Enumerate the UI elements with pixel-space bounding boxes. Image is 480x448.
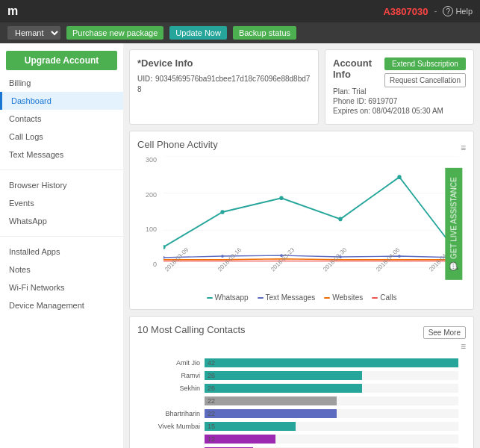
most-calling-box: 10 Most Calling Contacts See More ≡ Amit… bbox=[129, 316, 474, 448]
app-logo: m bbox=[7, 4, 18, 18]
account-info-title: Account Info bbox=[333, 57, 378, 80]
sidebar-item-events[interactable]: Events bbox=[0, 194, 123, 212]
websites-legend-color bbox=[324, 297, 330, 299]
x-axis-labels: 2018-03-09 2018-03-16 2018-03-23 2018-03… bbox=[163, 268, 458, 290]
legend-whatsapp: Whatsapp bbox=[207, 293, 249, 302]
sidebar-item-device-management[interactable]: Device Management bbox=[0, 296, 123, 314]
phone-line: Phone ID: 6919707 bbox=[333, 97, 466, 105]
sidebar-divider-1 bbox=[0, 169, 123, 170]
live-assist-label: GET LIVE ASSISTANCE bbox=[450, 177, 458, 259]
svg-point-14 bbox=[398, 255, 401, 258]
purchase-btn[interactable]: Purchase new package bbox=[66, 26, 163, 40]
phone-label: Phone ID: bbox=[333, 97, 366, 105]
sidebar-item-contacts[interactable]: Contacts bbox=[0, 110, 123, 128]
help-icon: ? bbox=[443, 6, 453, 16]
account-buttons: Extend Subscription Request Cancellation bbox=[384, 57, 466, 87]
sidebar-item-notes[interactable]: Notes bbox=[0, 261, 123, 279]
device-info-title: *Device Info bbox=[137, 57, 311, 69]
chart-legend: Whatsapp Text Messages Websites Calls bbox=[137, 293, 466, 302]
bar-chart: Amit Jio 42 Ramvi 26 bbox=[137, 355, 466, 448]
sidebar-item-text-messages[interactable]: Text Messages bbox=[0, 146, 123, 164]
live-assist-icon: 💬 bbox=[450, 262, 458, 271]
bar-row: 22 bbox=[145, 396, 458, 405]
sidebar-item-dashboard[interactable]: Dashboard bbox=[0, 92, 123, 110]
account-id: A3807030 bbox=[383, 6, 428, 17]
cell-phone-title: Cell Phone Activity bbox=[137, 139, 218, 150]
svg-point-11 bbox=[221, 255, 224, 258]
help-label: Help bbox=[455, 7, 473, 16]
upgrade-account-btn[interactable]: Upgrade Account bbox=[6, 51, 117, 70]
sidebar-divider-2 bbox=[0, 236, 123, 237]
plan-value: Trial bbox=[352, 87, 366, 96]
live-assistance-btn[interactable]: 💬 GET LIVE ASSISTANCE bbox=[446, 168, 463, 280]
svg-point-5 bbox=[220, 210, 224, 214]
bar-row: Amit Jio 42 bbox=[145, 358, 458, 367]
plan-label: Plan: bbox=[333, 87, 350, 96]
main-content: *Device Info UID: 90345f69576ba91cbee17d… bbox=[123, 43, 480, 448]
y-axis-labels: 300 200 100 0 bbox=[137, 156, 160, 268]
top-bar: m A3807030 - ? Help bbox=[0, 0, 480, 22]
see-more-btn[interactable]: See More bbox=[423, 326, 466, 339]
sidebar-item-billing[interactable]: Billing bbox=[0, 74, 123, 92]
bar-row: 12 bbox=[145, 435, 458, 444]
main-layout: Upgrade Account Billing Dashboard Contac… bbox=[0, 43, 480, 448]
most-calling-title: 10 Most Calling Contacts bbox=[137, 324, 246, 335]
uid-label: UID: bbox=[137, 75, 153, 83]
sub-bar: Hemant Purchase new package Update Now B… bbox=[0, 22, 480, 43]
svg-point-6 bbox=[279, 196, 283, 200]
help-link[interactable]: ? Help bbox=[443, 6, 473, 16]
bar-row: Vivek Mumbai 15 bbox=[145, 422, 458, 431]
svg-point-8 bbox=[397, 175, 401, 179]
expires-value: 08/04/2018 05:30 AM bbox=[373, 107, 443, 115]
divider: - bbox=[434, 6, 437, 16]
svg-point-10 bbox=[163, 256, 165, 259]
expires-label: Expires on: bbox=[333, 107, 370, 115]
bar-row: Ramvi 26 bbox=[145, 371, 458, 380]
sidebar-item-installed-apps[interactable]: Installed Apps bbox=[0, 243, 123, 261]
phone-value: 6919707 bbox=[368, 97, 397, 105]
top-section: *Device Info UID: 90345f69576ba91cbee17d… bbox=[129, 49, 474, 125]
cell-phone-activity-box: Cell Phone Activity ≡ 300 200 100 0 bbox=[129, 131, 474, 310]
whatsapp-legend-color bbox=[207, 297, 213, 299]
legend-calls: Calls bbox=[372, 293, 396, 302]
bar-row: Sekhin 26 bbox=[145, 384, 458, 393]
uid-value: 90345f69576ba91cbee17d18c76096e88d8bd78 bbox=[137, 75, 310, 93]
sidebar-item-browser-history[interactable]: Browser History bbox=[0, 176, 123, 194]
chart-svg-area bbox=[163, 156, 458, 268]
account-info-box: Account Info Extend Subscription Request… bbox=[325, 49, 474, 125]
target-select[interactable]: Hemant bbox=[7, 26, 60, 40]
expires-line: Expires on: 08/04/2018 05:30 AM bbox=[333, 107, 466, 115]
update-btn[interactable]: Update Now bbox=[169, 26, 227, 40]
request-cancellation-btn[interactable]: Request Cancellation bbox=[384, 73, 466, 87]
extend-subscription-btn[interactable]: Extend Subscription bbox=[384, 57, 466, 70]
bar-chart-menu-icon[interactable]: ≡ bbox=[461, 341, 466, 352]
calls-legend-color bbox=[372, 297, 378, 299]
sidebar-item-call-logs[interactable]: Call Logs bbox=[0, 128, 123, 146]
bar-row: Bhartriharin 22 bbox=[145, 409, 458, 418]
most-calling-header: 10 Most Calling Contacts See More bbox=[137, 324, 466, 341]
svg-point-7 bbox=[338, 217, 342, 222]
line-chart: 300 200 100 0 bbox=[137, 156, 466, 290]
legend-websites: Websites bbox=[324, 293, 363, 302]
chart-menu-icon[interactable]: ≡ bbox=[461, 143, 466, 153]
text-messages-legend-color bbox=[258, 297, 264, 299]
legend-text-messages: Text Messages bbox=[258, 293, 316, 302]
plan-line: Plan: Trial bbox=[333, 87, 466, 96]
sidebar: Upgrade Account Billing Dashboard Contac… bbox=[0, 43, 123, 448]
sidebar-item-wifi-networks[interactable]: Wi-Fi Networks bbox=[0, 279, 123, 296]
backup-btn[interactable]: Backup status bbox=[233, 26, 296, 40]
device-info-box: *Device Info UID: 90345f69576ba91cbee17d… bbox=[129, 49, 319, 125]
sidebar-item-whatsapp[interactable]: WhatsApp bbox=[0, 212, 123, 230]
